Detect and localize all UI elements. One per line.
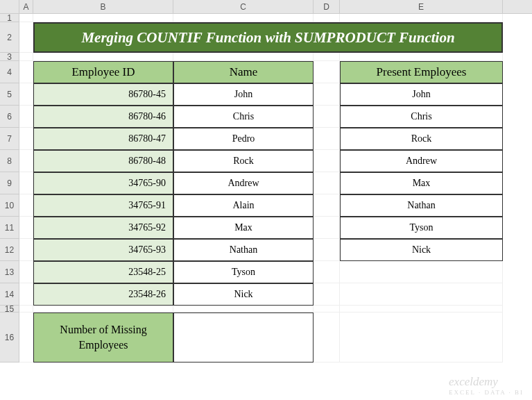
row-header-7[interactable]: 7: [0, 128, 19, 150]
employee-id-cell[interactable]: 86780-46: [33, 106, 173, 128]
cell[interactable]: [173, 306, 314, 312]
cell[interactable]: [314, 14, 340, 22]
cell[interactable]: [19, 22, 33, 53]
employee-name-cell[interactable]: Pedro: [173, 128, 314, 150]
cell[interactable]: [314, 106, 340, 128]
row-header-1[interactable]: 1: [0, 14, 19, 22]
cell[interactable]: [33, 306, 173, 312]
header-name[interactable]: Name: [173, 61, 314, 83]
employee-id-cell[interactable]: 86780-47: [33, 128, 173, 150]
employee-name-cell[interactable]: Nick: [173, 283, 314, 306]
employee-id-cell[interactable]: 34765-90: [33, 172, 173, 194]
present-cell[interactable]: Rock: [340, 128, 503, 150]
employee-name-cell[interactable]: Max: [173, 217, 314, 239]
column-header-C[interactable]: C: [173, 0, 314, 13]
employee-name-cell[interactable]: Andrew: [173, 172, 314, 194]
missing-value-cell[interactable]: [173, 312, 314, 362]
cell[interactable]: [19, 106, 33, 128]
row-header-4[interactable]: 4: [0, 61, 19, 83]
missing-label-cell[interactable]: Number of Missing Employees: [33, 312, 173, 362]
present-cell[interactable]: Nathan: [340, 194, 503, 217]
employee-id-cell[interactable]: 86780-48: [33, 150, 173, 172]
cell[interactable]: [314, 53, 340, 61]
cell[interactable]: [340, 306, 503, 312]
cell[interactable]: [173, 14, 314, 22]
employee-id-cell[interactable]: 86780-45: [33, 83, 173, 106]
cell[interactable]: [19, 312, 33, 362]
cell[interactable]: [19, 306, 33, 312]
row-header-13[interactable]: 13: [0, 261, 19, 283]
cell[interactable]: [314, 261, 340, 283]
cell[interactable]: [33, 53, 173, 61]
row-header-14[interactable]: 14: [0, 283, 19, 306]
employee-name-cell[interactable]: John: [173, 83, 314, 106]
cell[interactable]: [19, 128, 33, 150]
employee-name-cell[interactable]: Alain: [173, 194, 314, 217]
column-header-D[interactable]: D: [314, 0, 340, 13]
header-employee-id[interactable]: Employee ID: [33, 61, 173, 83]
cell[interactable]: [314, 61, 340, 83]
employee-id-cell[interactable]: 23548-25: [33, 261, 173, 283]
cell[interactable]: [314, 217, 340, 239]
select-all-corner[interactable]: [0, 0, 19, 13]
row-header-6[interactable]: 6: [0, 106, 19, 128]
present-cell[interactable]: Chris: [340, 106, 503, 128]
employee-name-cell[interactable]: Chris: [173, 106, 314, 128]
cell[interactable]: [19, 172, 33, 194]
cell[interactable]: [314, 150, 340, 172]
cell[interactable]: [340, 312, 503, 362]
employee-name-cell[interactable]: Rock: [173, 150, 314, 172]
cell[interactable]: [314, 128, 340, 150]
employee-id-cell[interactable]: 34765-93: [33, 239, 173, 261]
cell[interactable]: [340, 14, 503, 22]
watermark: exceldemy EXCEL · DATA · BI: [449, 375, 524, 396]
cell[interactable]: [19, 14, 33, 22]
employee-name-cell[interactable]: Tyson: [173, 261, 314, 283]
column-header-B[interactable]: B: [33, 0, 173, 13]
present-cell[interactable]: John: [340, 83, 503, 106]
cell[interactable]: [19, 53, 33, 61]
row-header-8[interactable]: 8: [0, 150, 19, 172]
employee-id-cell[interactable]: 23548-26: [33, 283, 173, 306]
cell[interactable]: [314, 239, 340, 261]
cell[interactable]: [314, 172, 340, 194]
employee-id-cell[interactable]: 34765-91: [33, 194, 173, 217]
cell[interactable]: [314, 306, 340, 312]
cell[interactable]: [314, 283, 340, 306]
cell[interactable]: [314, 83, 340, 106]
cell[interactable]: [19, 217, 33, 239]
cell[interactable]: [340, 53, 503, 61]
cell[interactable]: [19, 61, 33, 83]
row-header-11[interactable]: 11: [0, 217, 19, 239]
cell[interactable]: [19, 283, 33, 306]
cell[interactable]: [173, 53, 314, 61]
row-header-3[interactable]: 3: [0, 53, 19, 61]
row-header-10[interactable]: 10: [0, 194, 19, 217]
employee-id-cell[interactable]: 34765-92: [33, 217, 173, 239]
cell[interactable]: [19, 150, 33, 172]
title-cell[interactable]: Merging COUNTIF Function with SUMPRODUCT…: [33, 22, 503, 53]
row-header-5[interactable]: 5: [0, 83, 19, 106]
row-header-12[interactable]: 12: [0, 239, 19, 261]
column-header-E[interactable]: E: [340, 0, 503, 13]
row-header-2[interactable]: 2: [0, 22, 19, 53]
cell[interactable]: [19, 261, 33, 283]
row-header-15[interactable]: 15: [0, 306, 19, 312]
cell[interactable]: [33, 14, 173, 22]
cell[interactable]: [340, 283, 503, 306]
cell[interactable]: [19, 194, 33, 217]
cell[interactable]: [19, 239, 33, 261]
present-cell[interactable]: Max: [340, 172, 503, 194]
row-header-16[interactable]: 16: [0, 312, 19, 362]
header-present[interactable]: Present Employees: [340, 61, 503, 83]
cell[interactable]: [19, 83, 33, 106]
present-cell[interactable]: Tyson: [340, 217, 503, 239]
row-header-9[interactable]: 9: [0, 172, 19, 194]
present-cell[interactable]: Andrew: [340, 150, 503, 172]
present-cell[interactable]: Nick: [340, 239, 503, 261]
employee-name-cell[interactable]: Nathan: [173, 239, 314, 261]
column-header-A[interactable]: A: [19, 0, 33, 13]
cell[interactable]: [340, 261, 503, 283]
cell[interactable]: [314, 312, 340, 362]
cell[interactable]: [314, 194, 340, 217]
